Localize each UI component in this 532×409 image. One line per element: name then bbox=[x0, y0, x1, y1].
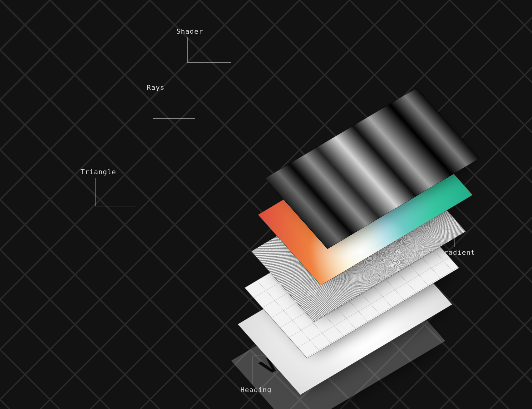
layer-diagram: Shader Rays Triangle Gradient Grid Headi… bbox=[0, 0, 532, 409]
label-triangle: Triangle bbox=[81, 168, 116, 176]
label-shader: Shader bbox=[176, 27, 203, 35]
label-rays: Rays bbox=[147, 84, 165, 91]
